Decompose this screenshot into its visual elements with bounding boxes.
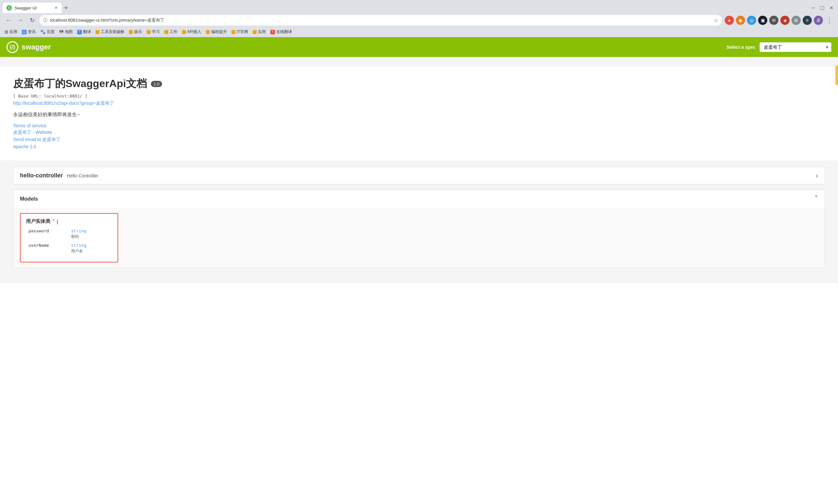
models-header[interactable]: Models ˅ (14, 190, 824, 208)
table-row: password string 密码 (29, 229, 112, 239)
bookmark-translate-online[interactable]: Y 在线翻译 (268, 29, 294, 35)
models-chevron-icon: ˅ (815, 195, 818, 203)
model-name: 用户实体类 (26, 218, 50, 224)
bookmark-apps[interactable]: ⊞ 应用 (3, 29, 19, 35)
bookmark-news[interactable]: G 资讯 (20, 29, 38, 35)
user-avatar[interactable]: 皮 (814, 16, 823, 25)
tab-close-button[interactable]: × (55, 5, 58, 11)
toolbar-icon-2[interactable]: ◉ (736, 16, 745, 25)
bookmark-entertainment[interactable]: 娱乐 (127, 29, 144, 35)
field-info-username: string 用户名 (71, 243, 86, 254)
address-bar[interactable]: ⓘ localhost:8081/swagger-ui.html?urls.pr… (39, 15, 722, 25)
toolbar-icon-7[interactable]: ⊞ (791, 16, 801, 25)
swagger-logo-icon: {/} (6, 41, 18, 53)
controller-chevron-icon: › (816, 172, 818, 179)
security-icon: ⓘ (43, 17, 48, 23)
tab-bar: S Swagger UI × + − □ × (0, 0, 838, 13)
minimize-button[interactable]: − (809, 4, 817, 12)
bookmark-study[interactable]: 学习 (145, 29, 162, 35)
api-title: 皮蛋布丁的SwaggerApi文档 1.0 (13, 76, 825, 91)
license-link[interactable]: Apache 2.0 (13, 144, 825, 149)
bookmark-star-icon[interactable]: ☆ (714, 17, 718, 23)
bookmark-api[interactable]: API接入 (180, 29, 203, 35)
swagger-content: 皮蛋布丁的SwaggerApi文档 1.0 [ Base URL: localh… (0, 57, 838, 283)
spec-dropdown-wrap: 皮蛋布丁 (760, 42, 832, 52)
bookmark-programming[interactable]: 编程提升 (204, 29, 229, 35)
bookmark-translate[interactable]: T 翻译 (75, 29, 93, 35)
model-expand-icon[interactable]: ˅ (52, 219, 55, 224)
bookmark-work[interactable]: 工作 (162, 29, 179, 35)
bookmark-baidu[interactable]: 🐾 百度 (38, 29, 57, 35)
bookmark-useful[interactable]: 实用 (251, 29, 268, 35)
field-name-password: password (29, 229, 58, 233)
toolbar-icon-5[interactable]: ✉ (769, 16, 779, 25)
select-spec-label: Select a spec (726, 44, 755, 50)
toolbar-icons: ● ◉ ◎ ▣ ✉ ◈ ⊞ ≡ 皮 ⋮ (725, 16, 834, 25)
controller-section: hello-controller Hello Controller › (13, 167, 825, 184)
models-title: Models (20, 196, 815, 202)
api-docs-link[interactable]: http://localhost:8081/v2/api-docs?group=… (13, 101, 825, 106)
url-text: localhost:8081/swagger-ui.html?urls.prim… (50, 17, 711, 23)
tab-title: Swagger UI (14, 5, 52, 11)
address-bar-row: ← → ↻ ⓘ localhost:8081/swagger-ui.html?u… (0, 13, 838, 28)
email-link[interactable]: Send email to 皮蛋布丁 (13, 137, 825, 143)
field-desc-password: 密码 (71, 234, 86, 239)
browser-chrome: S Swagger UI × + − □ × ← → ↻ ⓘ localhost… (0, 0, 838, 37)
terms-of-service-link[interactable]: Terms of service (13, 123, 825, 128)
models-content: 用户实体类 ˅ { password string 密码 userName (14, 208, 824, 268)
swagger-logo: {/} swagger (6, 41, 51, 53)
tab-favicon: S (6, 5, 12, 11)
spec-dropdown[interactable]: 皮蛋布丁 (760, 42, 832, 52)
field-type-username: string (71, 243, 86, 248)
api-links: Terms of service 皮蛋布丁 - Website Send ema… (13, 123, 825, 149)
toolbar-icon-8[interactable]: ≡ (803, 16, 812, 25)
website-link[interactable]: 皮蛋布丁 - Website (13, 130, 825, 136)
field-name-username: userName (29, 243, 58, 248)
model-name-row: 用户实体类 ˅ { (26, 218, 112, 224)
model-box-user-entity: 用户实体类 ˅ { password string 密码 userName (20, 213, 118, 263)
field-info-password: string 密码 (71, 229, 86, 239)
field-desc-username: 用户名 (71, 248, 86, 254)
scrollbar-indicator[interactable] (835, 66, 838, 85)
models-section: Models ˅ 用户实体类 ˅ { password string 密码 (13, 190, 825, 268)
swagger-header: {/} swagger Select a spec 皮蛋布丁 (0, 37, 838, 57)
controller-name: hello-controller (20, 172, 63, 179)
refresh-button[interactable]: ↻ (28, 16, 37, 25)
model-fields: password string 密码 userName string 用户名 (26, 229, 112, 254)
forward-button[interactable]: → (16, 16, 25, 25)
swagger-logo-text: swagger (22, 43, 51, 51)
extensions-button[interactable]: ⋮ (825, 16, 834, 25)
spec-selector: Select a spec 皮蛋布丁 (726, 42, 832, 52)
field-type-password: string (71, 229, 86, 233)
window-controls: − □ × (809, 4, 835, 12)
bookmark-it[interactable]: IT官网 (230, 29, 250, 35)
version-badge: 1.0 (151, 81, 162, 87)
bookmark-tools[interactable]: 工具安装破解 (94, 29, 126, 35)
toolbar-icon-3[interactable]: ◎ (747, 16, 756, 25)
table-row: userName string 用户名 (29, 243, 112, 254)
close-button[interactable]: × (827, 4, 835, 12)
api-title-text: 皮蛋布丁的SwaggerApi文档 (13, 76, 147, 91)
new-tab-button[interactable]: + (61, 4, 71, 12)
maximize-button[interactable]: □ (818, 4, 826, 12)
controller-description: Hello Controller (67, 173, 98, 178)
controller-header[interactable]: hello-controller Hello Controller › (14, 167, 824, 184)
api-info-section: 皮蛋布丁的SwaggerApi文档 1.0 [ Base URL: localh… (0, 67, 838, 160)
toolbar-icon-1[interactable]: ● (725, 16, 734, 25)
toolbar-icon-6[interactable]: ◈ (780, 16, 789, 25)
toolbar-icon-4[interactable]: ▣ (758, 16, 767, 25)
back-button[interactable]: ← (4, 16, 13, 25)
api-description: 永远相信美好的事情即将发生~ (13, 112, 825, 118)
model-open-brace: { (57, 219, 58, 224)
bookmark-maps[interactable]: 🗺 地图 (57, 29, 75, 35)
bookmarks-bar: ⊞ 应用 G 资讯 🐾 百度 🗺 地图 T 翻译 工具安装破解 娱乐 (0, 28, 838, 37)
api-base-url: [ Base URL: localhost:8081/ ] (13, 94, 825, 98)
active-tab[interactable]: S Swagger UI × (3, 3, 61, 13)
